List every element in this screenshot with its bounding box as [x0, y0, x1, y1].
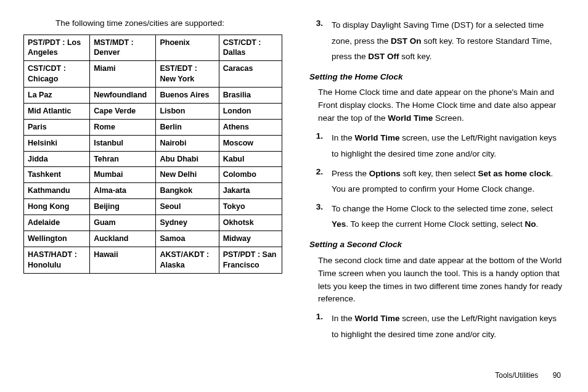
home-step-1: 1. In the World Time screen, use the Lef…	[309, 130, 565, 161]
second-clock-para: The second clock time and date appear at…	[318, 255, 565, 306]
timezone-cell: Adelaide	[24, 215, 90, 231]
timezone-cell: CST/CDT : Chicago	[24, 61, 90, 88]
table-row: CST/CDT : ChicagoMiamiEST/EDT : New York…	[24, 61, 282, 88]
timezone-cell: Paris	[24, 119, 90, 135]
timezone-cell: London	[219, 103, 282, 119]
table-row: ParisRomeBerlinAthens	[24, 119, 282, 135]
timezone-cell: Nairobi	[156, 135, 219, 151]
timezone-cell: Colombo	[219, 167, 282, 183]
timezone-cell: Istanbul	[90, 135, 156, 151]
timezone-cell: Seoul	[156, 199, 219, 215]
timezone-cell: Buenos Aires	[156, 88, 219, 104]
timezone-cell: Kathmandu	[24, 183, 90, 199]
step-body: In the World Time screen, use the Left/R…	[332, 130, 565, 161]
text: In the	[332, 314, 355, 323]
intro-text: The following time zones/cities are supp…	[55, 17, 282, 30]
step-number: 1.	[309, 311, 332, 342]
footer-section: Tools/Utilities	[495, 371, 538, 380]
timezone-cell: EST/EDT : New York	[156, 61, 219, 88]
timezone-cell: Tokyo	[219, 199, 282, 215]
world-time-label: World Time	[388, 113, 433, 123]
step-body: To change the Home Clock to the selected…	[332, 201, 565, 232]
home-clock-para: The Home Clock time and date appear on t…	[318, 86, 565, 125]
table-row: La PazNewfoundlandBuenos AiresBrasilia	[24, 88, 282, 104]
timezone-cell: PST/PDT : San Francisco	[219, 247, 282, 273]
timezone-table: PST/PDT : Los AngelesMST/MDT : DenverPho…	[23, 35, 282, 274]
step-body: To display Daylight Saving Time (DST) fo…	[332, 17, 565, 65]
table-row: KathmanduAlma-ataBangkokJakarta	[24, 183, 282, 199]
step-body: In the World Time screen, use the Left/R…	[332, 311, 565, 342]
timezone-cell: Beijing	[90, 199, 156, 215]
timezone-cell: Kabul	[219, 151, 282, 167]
step-number: 1.	[309, 130, 332, 161]
table-row: HelsinkiIstanbulNairobiMoscow	[24, 135, 282, 151]
section-second-clock: Setting a Second Clock	[309, 239, 565, 251]
timezone-cell: Mumbai	[90, 167, 156, 183]
timezone-cell: Berlin	[156, 119, 219, 135]
timezone-cell: Tehran	[90, 151, 156, 167]
text: .	[536, 219, 538, 229]
table-row: TashkentMumbaiNew DelhiColombo	[24, 167, 282, 183]
table-row: HAST/HADT : HonoluluHawaiiAKST/AKDT : Al…	[24, 247, 282, 273]
step-body: Press the Options soft key, then select …	[332, 166, 565, 197]
timezone-cell: Brasilia	[219, 88, 282, 104]
table-row: WellingtonAucklandSamoaMidway	[24, 231, 282, 247]
timezone-cell: Bangkok	[156, 183, 219, 199]
timezone-cell: Jidda	[24, 151, 90, 167]
timezone-cell: Newfoundland	[90, 88, 156, 104]
section-home-clock: Setting the Home Clock	[309, 71, 565, 83]
home-step-2: 2. Press the Options soft key, then sele…	[309, 166, 565, 197]
yes-label: Yes	[332, 219, 346, 229]
timezone-cell: MST/MDT : Denver	[90, 35, 156, 61]
timezone-cell: New Delhi	[156, 167, 219, 183]
timezone-cell: Phoenix	[156, 35, 219, 61]
page-footer: Tools/Utilities 90	[495, 370, 561, 381]
timezone-cell: Tashkent	[24, 167, 90, 183]
text: Screen.	[433, 113, 463, 123]
table-row: JiddaTehranAbu DhabiKabul	[24, 151, 282, 167]
timezone-cell: AKST/AKDT : Alaska	[156, 247, 219, 273]
text: soft key, then select	[401, 169, 478, 178]
footer-page-number: 90	[553, 371, 561, 380]
timezone-cell: Cape Verde	[90, 103, 156, 119]
timezone-cell: Moscow	[219, 135, 282, 151]
table-row: PST/PDT : Los AngelesMST/MDT : DenverPho…	[24, 35, 282, 61]
second-step-1: 1. In the World Time screen, use the Lef…	[309, 311, 565, 342]
text: In the	[332, 133, 355, 142]
step-number: 2.	[309, 166, 332, 197]
home-step-3: 3. To change the Home Clock to the selec…	[309, 201, 565, 232]
timezone-cell: Sydney	[156, 215, 219, 231]
timezone-cell: Alma-ata	[90, 183, 156, 199]
timezone-cell: Samoa	[156, 231, 219, 247]
timezone-cell: Wellington	[24, 231, 90, 247]
timezone-cell: Auckland	[90, 231, 156, 247]
timezone-cell: Helsinki	[24, 135, 90, 151]
timezone-cell: La Paz	[24, 88, 90, 104]
text: Press the	[332, 169, 369, 178]
timezone-cell: Okhotsk	[219, 215, 282, 231]
timezone-cell: Hong Kong	[24, 199, 90, 215]
table-row: Hong KongBeijingSeoulTokyo	[24, 199, 282, 215]
timezone-cell: Hawaii	[90, 247, 156, 273]
no-label: No	[525, 219, 536, 229]
dst-on-label: DST On	[391, 36, 422, 46]
timezone-cell: HAST/HADT : Honolulu	[24, 247, 90, 273]
timezone-cell: Rome	[90, 119, 156, 135]
timezone-cell: Miami	[90, 61, 156, 88]
timezone-cell: Abu Dhabi	[156, 151, 219, 167]
step-number: 3.	[309, 201, 332, 232]
text: To change the Home Clock to the selected…	[332, 204, 553, 213]
timezone-cell: Mid Atlantic	[24, 103, 90, 119]
step-number: 3.	[309, 17, 332, 65]
timezone-cell: Athens	[219, 119, 282, 135]
options-label: Options	[369, 169, 401, 178]
world-time-label: World Time	[355, 314, 400, 323]
text: . To keep the current Home Clock setting…	[346, 219, 525, 229]
timezone-cell: Guam	[90, 215, 156, 231]
table-row: Mid AtlanticCape VerdeLisbonLondon	[24, 103, 282, 119]
world-time-label: World Time	[355, 133, 400, 142]
dst-step-3: 3. To display Daylight Saving Time (DST)…	[309, 17, 565, 65]
timezone-cell: CST/CDT : Dallas	[219, 35, 282, 61]
dst-off-label: DST Off	[368, 52, 399, 61]
timezone-cell: Midway	[219, 231, 282, 247]
